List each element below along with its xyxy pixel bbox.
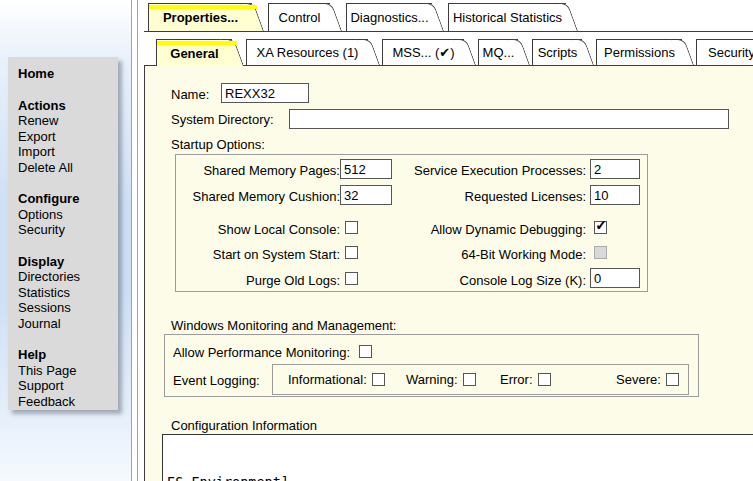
allow-performance-monitoring-checkbox[interactable] (359, 345, 372, 358)
tab-security[interactable]: Security (696, 39, 753, 65)
show-local-console-label: Show Local Console: (180, 222, 340, 237)
sidebar-item-journal[interactable]: Journal (18, 316, 118, 332)
shared-memory-cushion-label: Shared Memory Cushion: (180, 189, 340, 204)
checkmark-icon: ✓ (594, 218, 608, 233)
windows-monitoring-groupbox: Allow Performance Monitoring: Event Logg… (164, 334, 699, 397)
sidebar-section-display: Display (18, 254, 118, 270)
name-label: Name: (171, 87, 209, 102)
console-log-size-input[interactable] (590, 268, 640, 288)
error-pair: Error: (500, 372, 551, 387)
sidebar-item-sessions[interactable]: Sessions (18, 300, 118, 316)
windows-monitoring-section-label: Windows Monitoring and Management: (171, 318, 396, 333)
severe-pair: Severe: (616, 372, 679, 387)
tab-control[interactable]: Control (268, 3, 330, 31)
event-logging-label: Event Logging: (173, 373, 260, 388)
system-directory-input[interactable] (289, 109, 729, 129)
tab-properties[interactable]: Properties... (148, 3, 252, 31)
system-directory-label: System Directory: (171, 112, 274, 127)
primary-tab-baseline (144, 31, 753, 32)
console-log-size-label: Console Log Size (K): (356, 273, 586, 288)
informational-checkbox[interactable] (372, 373, 385, 386)
primary-tab-bar: Properties... Control Diagnostics... His… (148, 3, 582, 31)
configuration-information-label: Configuration Information (171, 418, 317, 433)
config-line-1: ES-Environment] (167, 473, 749, 481)
sidebar-item-support[interactable]: Support (18, 378, 118, 394)
sidebar-item-this-page[interactable]: This Page (18, 363, 118, 379)
tab-xa-resources[interactable]: XA Resources (1) (246, 39, 368, 65)
error-label: Error: (500, 372, 533, 387)
name-input[interactable] (221, 83, 309, 103)
startup-options-label: Startup Options: (171, 137, 265, 152)
frame-divider-line (131, 0, 132, 481)
purge-old-logs-label: Purge Old Logs: (180, 273, 340, 288)
bit64-working-mode-label: 64-Bit Working Mode: (356, 247, 586, 262)
requested-licenses-input[interactable] (590, 185, 640, 205)
tab-scripts[interactable]: Scripts (532, 39, 582, 65)
sidebar-item-renew[interactable]: Renew (18, 113, 118, 129)
event-logging-groupbox: Informational: Warning: Error: Severe: (272, 364, 689, 395)
warning-label: Warning: (406, 372, 458, 387)
tab-diagnostics[interactable]: Diagnostics... (346, 3, 432, 31)
severe-label: Severe: (616, 372, 661, 387)
service-execution-processes-input[interactable] (590, 159, 640, 179)
sidebar-nav: Home Actions Renew Export Import Delete … (8, 57, 118, 410)
warning-checkbox[interactable] (463, 373, 476, 386)
frame-divider-line (137, 0, 138, 481)
tab-permissions[interactable]: Permissions (596, 39, 682, 65)
sidebar-item-delete-all[interactable]: Delete All (18, 160, 118, 176)
general-tab-pane: Name: System Directory: Startup Options:… (144, 65, 753, 481)
sidebar-item-options[interactable]: Options (18, 207, 118, 223)
shared-memory-pages-label: Shared Memory Pages: (180, 163, 340, 178)
service-execution-processes-label: Service Execution Processes: (356, 163, 586, 178)
sidebar-item-import[interactable]: Import (18, 144, 118, 160)
secondary-tab-bar: General XA Resources (1) MSS... (✔) MQ..… (156, 39, 753, 66)
tab-mss[interactable]: MSS... (✔) (382, 39, 464, 65)
bit64-working-mode-checkbox (594, 246, 607, 259)
sidebar-item-feedback[interactable]: Feedback (18, 394, 118, 410)
sidebar-item-security[interactable]: Security (18, 222, 118, 238)
informational-pair: Informational: (288, 372, 385, 387)
warning-pair: Warning: (406, 372, 476, 387)
sidebar-item-statistics[interactable]: Statistics (18, 285, 118, 301)
allow-performance-monitoring-label: Allow Performance Monitoring: (173, 345, 350, 360)
startup-options-groupbox: Shared Memory Pages: Service Execution P… (175, 154, 648, 292)
sidebar-section-help: Help (18, 347, 118, 363)
requested-licenses-label: Requested Licenses: (356, 189, 586, 204)
severe-checkbox[interactable] (666, 373, 679, 386)
tab-mq[interactable]: MQ... (478, 39, 518, 65)
sidebar-item-directories[interactable]: Directories (18, 269, 118, 285)
sidebar-item-export[interactable]: Export (18, 129, 118, 145)
tab-general[interactable]: General (156, 39, 232, 66)
sidebar-item-home[interactable]: Home (18, 66, 118, 82)
sidebar-section-actions: Actions (18, 98, 118, 114)
configuration-information-textarea[interactable]: ES-Environment] MFTRACE_CONFIG=C:\Users\… (162, 434, 753, 481)
informational-label: Informational: (288, 372, 367, 387)
allow-dynamic-debugging-label: Allow Dynamic Debugging: (356, 222, 586, 237)
error-checkbox[interactable] (538, 373, 551, 386)
allow-dynamic-debugging-checkbox[interactable]: ✓ (594, 221, 607, 234)
tab-historical-statistics[interactable]: Historical Statistics (448, 3, 566, 31)
sidebar-section-configure: Configure (18, 191, 118, 207)
start-on-system-start-label: Start on System Start: (180, 247, 340, 262)
admin-console-page: Home Actions Renew Export Import Delete … (0, 0, 753, 481)
